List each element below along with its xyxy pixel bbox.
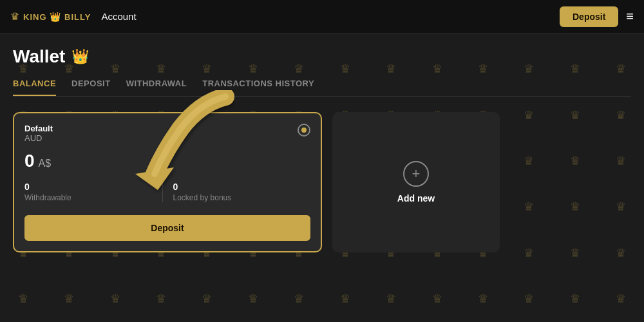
card-deposit-button[interactable]: Deposit — [24, 215, 310, 241]
crown-bg-icon: ♛ — [460, 276, 506, 322]
tabs-bar: BALANCE DEPOSIT WITHDRAWAL TRANSACTIONS … — [13, 79, 631, 97]
withdrawable-item: 0 Withdrawable — [24, 182, 162, 202]
locked-value: 0 — [173, 182, 311, 192]
crown-bg-icon: ♛ — [230, 276, 276, 322]
header-account-label: Account — [101, 11, 136, 22]
wallet-title-text: Wallet — [13, 46, 65, 67]
page-title: Wallet 👑 — [13, 46, 631, 67]
page-content: Wallet 👑 BALANCE DEPOSIT WITHDRAWAL TRAN… — [0, 33, 644, 252]
tab-balance[interactable]: BALANCE — [13, 79, 56, 96]
balance-currency-symbol: A$ — [39, 158, 52, 169]
radio-dot — [301, 128, 307, 133]
crown-bg-icon: ♛ — [0, 276, 46, 322]
crown-bg-icon: ♛ — [506, 276, 552, 322]
balance-amount-row: 0 A$ — [24, 151, 310, 171]
wallet-title-crown-icon: 👑 — [71, 48, 89, 65]
crown-bg-icon: ♛ — [414, 276, 460, 322]
header-deposit-button[interactable]: Deposit — [560, 6, 618, 27]
add-new-label: Add new — [397, 193, 435, 204]
logo-billy: BILLY — [64, 12, 91, 22]
crown-bg-icon: ♛ — [138, 276, 184, 322]
logo-crown-icon: ♛ — [10, 10, 19, 23]
card-header: Default AUD — [24, 124, 310, 148]
balance-details-row: 0 Withdrawable 0 Locked by bonus — [24, 182, 310, 202]
logo-king: KING — [23, 12, 47, 22]
add-new-icon: + — [403, 161, 429, 187]
logo-text: KING 👑 BILLY — [23, 12, 91, 22]
header-right: Deposit ≡ — [560, 6, 634, 27]
crown-bg-icon: ♛ — [46, 276, 91, 322]
withdrawable-value: 0 — [24, 182, 162, 192]
header: ♛ KING 👑 BILLY Account Deposit ≡ — [0, 0, 644, 33]
locked-label: Locked by bonus — [173, 193, 311, 202]
card-label-group: Default AUD — [24, 124, 53, 148]
tab-withdrawal[interactable]: WITHDRAWAL — [126, 79, 187, 96]
add-new-card[interactable]: + Add new — [332, 112, 500, 252]
locked-item: 0 Locked by bonus — [162, 182, 311, 202]
wallet-card-default: Default AUD 0 A$ 0 Withdrawable 0 Locke — [13, 112, 322, 252]
crown-bg-icon: ♛ — [276, 276, 322, 322]
crown-bg-icon: ♛ — [598, 276, 644, 322]
logo-crown-text-icon: 👑 — [50, 12, 64, 22]
card-currency-code: AUD — [24, 133, 53, 143]
crown-bg-icon: ♛ — [184, 276, 230, 322]
hamburger-menu-icon[interactable]: ≡ — [626, 9, 634, 24]
balance-number: 0 — [24, 151, 35, 171]
header-left: ♛ KING 👑 BILLY Account — [10, 10, 137, 23]
crown-bg-icon: ♛ — [552, 276, 598, 322]
crown-bg-icon: ♛ — [322, 276, 368, 322]
crown-bg-icon: ♛ — [92, 276, 138, 322]
tab-transactions-history[interactable]: TRANSACTIONS HISTORY — [202, 79, 314, 96]
cards-area: Default AUD 0 A$ 0 Withdrawable 0 Locke — [13, 112, 631, 252]
withdrawable-label: Withdrawable — [24, 193, 162, 202]
crown-bg-icon: ♛ — [368, 276, 413, 322]
card-radio-button[interactable] — [298, 124, 310, 137]
card-default-label: Default — [24, 124, 53, 133]
logo: ♛ KING 👑 BILLY — [10, 10, 91, 23]
tab-deposit[interactable]: DEPOSIT — [71, 79, 111, 96]
